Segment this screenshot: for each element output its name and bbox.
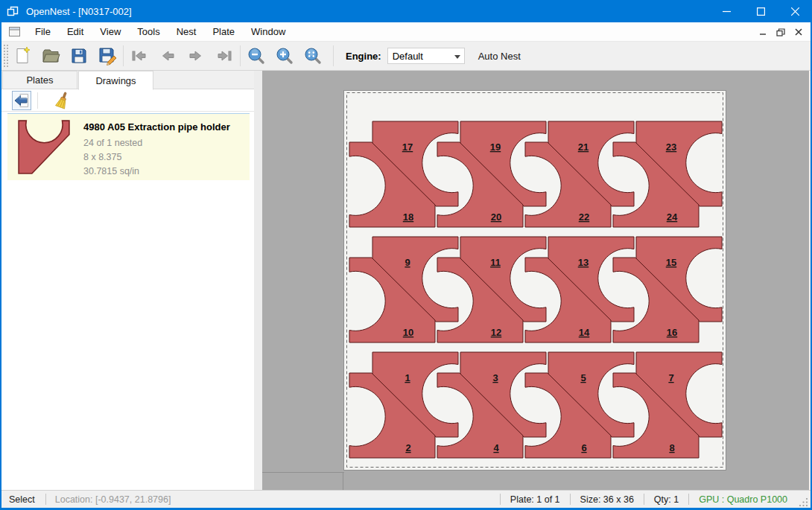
part-number-label: 13 — [578, 257, 589, 268]
part-number-label: 18 — [403, 211, 413, 223]
menu-window[interactable]: Window — [243, 23, 294, 40]
menu-file[interactable]: File — [27, 23, 59, 40]
drawing-list-item[interactable]: 4980 A05 Extraction pipe holder 24 of 1 … — [7, 113, 250, 180]
first-plate-button[interactable] — [125, 43, 153, 68]
save-as-button[interactable] — [93, 43, 121, 68]
menu-edit[interactable]: Edit — [59, 23, 92, 40]
plate-svg: 171819202122232491011121314151612345678 — [343, 90, 726, 471]
status-bar: Select Location: [-0.9437, 21.8796] Plat… — [1, 490, 811, 508]
status-plate: Plate: 1 of 1 — [501, 494, 570, 505]
last-plate-button[interactable] — [210, 43, 238, 68]
child-window-icon[interactable] — [9, 27, 20, 36]
tab-drawings[interactable]: Drawings — [78, 71, 153, 90]
save-icon — [69, 46, 89, 66]
zoom-fit-button[interactable] — [299, 43, 327, 68]
zoom-fit-icon — [303, 46, 323, 66]
drawing-area: 30.7815 sq/in — [83, 165, 230, 179]
part-number-label: 12 — [491, 327, 501, 338]
part-number-label: 6 — [581, 442, 586, 453]
zoom-out-icon — [247, 46, 266, 66]
maximize-button[interactable] — [743, 0, 778, 22]
part-number-label: 21 — [578, 141, 589, 153]
part-number-label: 15 — [666, 257, 676, 268]
new-file-icon — [13, 46, 32, 66]
sidebar-scrollbar[interactable] — [254, 71, 262, 490]
window-border-left — [0, 22, 1, 508]
part-number-label: 10 — [403, 327, 413, 338]
menu-tools[interactable]: Tools — [129, 23, 168, 40]
broom-icon — [54, 92, 72, 109]
auto-nest-button[interactable]: Auto Nest — [478, 51, 521, 62]
nesting-canvas[interactable]: 171819202122232491011121314151612345678 — [262, 71, 809, 490]
open-folder-icon — [41, 46, 60, 66]
part-number-label: 8 — [669, 442, 674, 453]
plate-guide-line-h — [262, 472, 344, 473]
part-number-label: 7 — [668, 372, 673, 383]
zoom-out-button[interactable] — [242, 43, 270, 68]
part-number-label: 5 — [580, 372, 586, 383]
new-file-button[interactable] — [8, 43, 37, 68]
zoom-in-icon — [275, 46, 294, 66]
part-number-label: 14 — [579, 327, 590, 338]
close-button[interactable] — [778, 0, 812, 22]
part-thumbnail — [15, 119, 73, 180]
status-mode: Select — [1, 494, 45, 505]
child-restore-button[interactable] — [772, 24, 790, 40]
window-title: OpenNest - [N0317-002] — [26, 6, 132, 17]
part-number-label: 9 — [405, 257, 410, 268]
clear-nesting-button[interactable] — [53, 91, 72, 110]
chevron-down-icon — [454, 55, 460, 59]
drawings-toolbar — [1, 90, 254, 112]
tab-plates[interactable]: Plates — [2, 71, 77, 89]
menu-view[interactable]: View — [92, 23, 129, 40]
save-as-icon — [98, 46, 117, 66]
engine-selected-value: Default — [393, 51, 423, 62]
opennest-window: OpenNest - [N0317-002] File Edit View To… — [0, 0, 812, 510]
part-number-label: 22 — [579, 211, 589, 223]
app-icon — [7, 5, 19, 17]
open-button[interactable] — [37, 43, 65, 68]
first-arrow-icon — [130, 46, 149, 66]
save-button[interactable] — [65, 43, 93, 68]
zoom-in-button[interactable] — [270, 43, 299, 68]
menu-nest[interactable]: Nest — [168, 23, 205, 40]
engine-select[interactable]: Default — [387, 48, 465, 64]
menu-bar: File Edit View Tools Nest Plate Window — [1, 22, 811, 42]
drawing-dimensions: 8 x 8.375 — [83, 150, 230, 165]
assign-drawing-button[interactable] — [12, 91, 31, 110]
sidebar-tabs: Plates Drawings — [1, 71, 254, 89]
minimize-button[interactable] — [709, 0, 743, 22]
child-minimize-button[interactable] — [754, 24, 772, 40]
previous-arrow-icon — [158, 46, 177, 66]
status-qty: Qty: 1 — [644, 494, 688, 505]
menu-plate[interactable]: Plate — [204, 23, 243, 40]
part-number-label: 1 — [405, 372, 410, 383]
drawing-title: 4980 A05 Extraction pipe holder — [83, 121, 230, 133]
part-number-label: 17 — [402, 141, 413, 153]
part-number-label: 20 — [491, 211, 501, 223]
part-number-label: 23 — [666, 141, 676, 153]
part-number-label: 4 — [493, 442, 499, 453]
title-bar[interactable]: OpenNest - [N0317-002] — [0, 0, 812, 22]
part-number-label: 3 — [492, 372, 498, 383]
next-plate-button[interactable] — [182, 43, 210, 68]
part-number-label: 2 — [405, 442, 410, 453]
status-gpu: GPU : Quadro P1000 — [689, 494, 797, 505]
next-arrow-icon — [186, 46, 206, 66]
resize-grip[interactable] — [799, 494, 809, 508]
part-number-label: 24 — [667, 211, 678, 223]
last-arrow-icon — [215, 46, 234, 66]
part-number-label: 19 — [490, 141, 501, 153]
part-number-label: 11 — [490, 257, 501, 268]
sidebar: Plates Drawings — [1, 71, 254, 490]
blue-arrow-page-icon — [13, 92, 30, 109]
plate-guide-line-v — [343, 472, 343, 490]
drawing-nested-count: 24 of 1 nested — [83, 136, 230, 150]
previous-plate-button[interactable] — [153, 43, 182, 68]
status-location: Location: [-0.9437, 21.8796] — [46, 494, 180, 505]
engine-label: Engine: — [346, 51, 381, 62]
part-number-label: 16 — [667, 327, 677, 338]
status-size: Size: 36 x 36 — [571, 494, 644, 505]
main-toolbar: Engine: Default Auto Nest — [1, 42, 811, 71]
child-close-button[interactable] — [790, 24, 808, 40]
